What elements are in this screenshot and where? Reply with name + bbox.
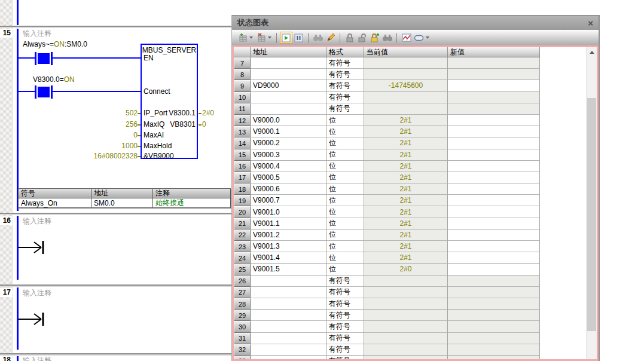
row-number-cell[interactable]: 12 <box>234 115 251 126</box>
format-cell[interactable]: 位 <box>326 264 364 275</box>
contact-energized-fill[interactable] <box>38 87 50 97</box>
close-icon[interactable]: × <box>588 19 593 27</box>
bookmark-dropdown-icon[interactable] <box>426 36 429 39</box>
row-number-cell[interactable]: 10 <box>234 92 251 103</box>
format-cell[interactable]: 有符号 <box>326 103 364 115</box>
address-cell[interactable]: V9001.0 <box>251 206 326 218</box>
address-cell[interactable] <box>251 276 326 287</box>
row-number-cell[interactable]: 25 <box>234 264 251 275</box>
address-cell[interactable]: V9001.4 <box>251 252 326 264</box>
pin-input-value[interactable]: 256 <box>60 120 138 129</box>
format-cell[interactable]: 位 <box>326 137 364 149</box>
header-new-value[interactable]: 新值 <box>448 47 540 57</box>
address-cell[interactable] <box>251 103 326 115</box>
row-number-cell[interactable]: 30 <box>234 321 251 332</box>
new-value-cell[interactable] <box>448 206 540 218</box>
row-number-cell[interactable]: 19 <box>234 195 251 206</box>
format-cell[interactable]: 位 <box>326 230 364 241</box>
new-value-cell[interactable] <box>448 172 540 183</box>
row-number-cell[interactable]: 17 <box>234 172 251 183</box>
unforce-button[interactable] <box>356 32 368 44</box>
pin-input-value[interactable]: 1000 <box>60 142 138 150</box>
row-number-cell[interactable]: 23 <box>234 241 251 252</box>
address-cell[interactable]: VD9000 <box>251 80 326 91</box>
address-cell[interactable]: V9000.1 <box>251 126 326 137</box>
format-cell[interactable]: 有符号 <box>326 287 364 298</box>
pin-input-value[interactable]: 0 <box>60 131 138 139</box>
new-value-cell[interactable] <box>448 276 540 287</box>
format-cell[interactable]: 位 <box>326 149 364 161</box>
format-cell[interactable]: 有符号 <box>326 80 364 91</box>
new-value-cell[interactable] <box>448 287 540 298</box>
row-number-cell[interactable]: 9 <box>234 80 251 91</box>
branch-arrow[interactable] <box>19 311 47 327</box>
row-number-cell[interactable]: 15 <box>234 149 251 161</box>
row-number-cell[interactable]: 13 <box>234 126 251 137</box>
network-comment[interactable]: 输入注释 <box>23 29 51 39</box>
read-forced-button[interactable] <box>381 32 393 44</box>
row-number-cell[interactable]: 27 <box>234 287 251 298</box>
delete-row-dropdown-icon[interactable] <box>268 36 271 39</box>
address-cell[interactable]: V9000.3 <box>251 149 326 161</box>
format-cell[interactable]: 有符号 <box>326 310 364 321</box>
contact-bar[interactable] <box>35 85 36 99</box>
branch-arrow[interactable] <box>19 240 47 255</box>
new-value-cell[interactable] <box>448 264 540 275</box>
new-value-cell[interactable] <box>448 126 540 137</box>
pin-output-value[interactable]: 0 <box>202 120 206 129</box>
format-cell[interactable]: 有符号 <box>326 344 364 356</box>
trend-view-button[interactable] <box>400 32 413 44</box>
scrollbar-up-button[interactable] <box>587 47 597 57</box>
new-value-cell[interactable] <box>448 115 540 126</box>
format-cell[interactable]: 位 <box>326 183 364 195</box>
scrollbar-thumb[interactable] <box>587 98 596 331</box>
network-comment[interactable]: 输入注释 <box>23 356 51 361</box>
contact-bar[interactable] <box>51 85 53 99</box>
row-number-cell[interactable]: 24 <box>234 252 251 264</box>
address-cell[interactable]: V9000.5 <box>251 172 326 183</box>
header-format[interactable]: 格式 <box>326 47 364 57</box>
new-value-cell[interactable] <box>448 344 540 356</box>
window-titlebar[interactable]: 状态图表 × <box>232 15 599 30</box>
new-value-cell[interactable] <box>448 161 540 172</box>
pause-chart-button[interactable] <box>292 32 305 44</box>
format-cell[interactable]: 位 <box>326 252 364 264</box>
format-cell[interactable]: 位 <box>326 126 364 137</box>
new-value-cell[interactable] <box>448 241 540 252</box>
row-number-cell[interactable]: 20 <box>234 206 251 218</box>
format-cell[interactable]: 有符号 <box>326 321 364 332</box>
address-cell[interactable]: V9001.2 <box>251 230 326 241</box>
format-cell[interactable]: 位 <box>326 218 364 230</box>
address-cell[interactable] <box>251 344 326 356</box>
insert-row-button[interactable] <box>236 32 249 44</box>
address-cell[interactable] <box>251 287 326 298</box>
row-number-cell[interactable]: 28 <box>234 298 251 310</box>
force-button[interactable] <box>343 32 356 44</box>
new-value-cell[interactable] <box>448 252 540 264</box>
address-cell[interactable] <box>251 310 326 321</box>
chart-status-button[interactable] <box>280 32 292 44</box>
address-cell[interactable]: V9000.7 <box>251 195 326 206</box>
address-cell[interactable]: V9000.4 <box>251 161 326 172</box>
format-cell[interactable]: 有符号 <box>326 69 364 80</box>
contact-energized-fill[interactable] <box>38 53 50 64</box>
insert-row-dropdown-icon[interactable] <box>249 36 253 39</box>
address-cell[interactable] <box>251 69 326 80</box>
new-value-cell[interactable] <box>448 69 540 80</box>
new-value-cell[interactable] <box>448 356 540 361</box>
row-number-cell[interactable]: 18 <box>234 183 251 195</box>
address-cell[interactable]: V9000.0 <box>251 115 326 126</box>
format-cell[interactable]: 位 <box>326 206 364 218</box>
row-number-cell[interactable]: 11 <box>234 103 251 115</box>
network-comment[interactable]: 输入注释 <box>23 288 51 298</box>
address-cell[interactable] <box>251 356 326 361</box>
contact-bar[interactable] <box>35 52 36 65</box>
contact-bar[interactable] <box>51 52 53 65</box>
format-cell[interactable]: 有符号 <box>326 356 364 361</box>
address-cell[interactable]: V9001.5 <box>251 264 326 275</box>
row-number-cell[interactable]: 8 <box>234 69 251 80</box>
format-cell[interactable]: 有符号 <box>326 276 364 287</box>
new-value-cell[interactable] <box>448 321 540 332</box>
address-cell[interactable] <box>251 321 326 332</box>
new-value-cell[interactable] <box>448 195 540 206</box>
